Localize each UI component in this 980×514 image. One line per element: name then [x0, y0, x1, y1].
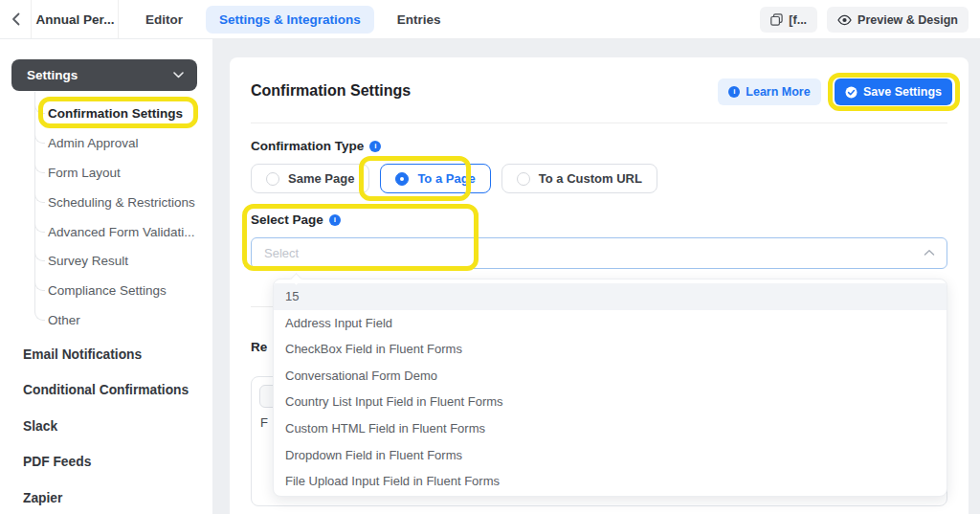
redirect-section-label-partial: Re	[251, 340, 267, 354]
tree-elbow	[34, 279, 45, 291]
learn-more-button[interactable]: i Learn More	[718, 78, 821, 105]
tab-bar: Editor Settings & Integrations Entries	[132, 0, 455, 38]
header-divider	[251, 123, 947, 123]
sidebar-item-other[interactable]: Other	[48, 311, 80, 330]
top-bar: Annual Per... Editor Settings & Integrat…	[0, 0, 980, 39]
dropdown-option[interactable]: File Upload Input Field in Fluent Forms	[274, 468, 947, 495]
sidebar-settings-header[interactable]: Settings	[11, 59, 197, 91]
tree-elbow	[34, 161, 45, 173]
editor-text-partial: F	[260, 415, 268, 430]
radio-same-page-label: Same Page	[288, 171, 354, 186]
sidebar-item-pdf-feeds[interactable]: PDF Feeds	[23, 453, 91, 472]
tree-elbow	[34, 249, 45, 261]
sidebar-item-slack[interactable]: Slack	[23, 417, 57, 436]
sidebar-item-survey-result[interactable]: Survey Result	[48, 252, 128, 271]
preview-design-button[interactable]: Preview & Design	[827, 7, 969, 33]
select-page-dropdown[interactable]	[251, 237, 947, 269]
chevron-up-icon	[924, 249, 935, 257]
tree-elbow	[34, 101, 45, 114]
shortcode-button[interactable]: [f...	[760, 7, 817, 33]
fluent-forms-settings-page: Annual Per... Editor Settings & Integrat…	[0, 0, 980, 514]
sidebar-item-scheduling-restrictions[interactable]: Scheduling & Restrictions	[48, 193, 195, 212]
sidebar-item-compliance-settings[interactable]: Compliance Settings	[48, 281, 167, 301]
form-title: Annual Per...	[33, 0, 119, 38]
dropdown-option[interactable]: Custom HTML Field in Fluent Forms	[274, 415, 947, 442]
select-page-text: Select Page	[251, 212, 323, 227]
dropdown-option[interactable]: 15	[274, 283, 947, 310]
shortcode-label: [f...	[789, 13, 807, 27]
dropdown-option[interactable]: Conversational Form Demo	[274, 363, 947, 390]
tree-connector-line	[34, 92, 35, 310]
chevron-down-icon	[173, 72, 184, 78]
select-page-input[interactable]	[264, 238, 915, 268]
preview-design-label: Preview & Design	[858, 13, 958, 27]
dropdown-option[interactable]: Address Input Field	[274, 310, 947, 337]
confirmation-type-label: Confirmation Type i	[251, 139, 381, 153]
radio-circle-icon	[517, 172, 530, 186]
learn-more-label: Learn More	[746, 85, 810, 99]
sidebar-item-email-notifications[interactable]: Email Notifications	[23, 346, 142, 365]
dropdown-option[interactable]: CheckBox Field in Fluent Forms	[274, 336, 947, 363]
radio-same-page[interactable]: Same Page	[251, 164, 369, 193]
sidebar-item-admin-approval[interactable]: Admin Approval	[48, 134, 139, 153]
confirmation-type-options: Same Page To a Page To a Custom URL	[251, 164, 657, 193]
radio-to-a-page[interactable]: To a Page	[380, 164, 490, 193]
eye-icon	[837, 14, 852, 26]
sidebar-item-zapier[interactable]: Zapier	[23, 489, 62, 508]
dropdown-option[interactable]: Dropdown Field in Fluent Forms	[274, 442, 947, 469]
save-settings-label: Save Settings	[863, 85, 942, 99]
radio-circle-icon	[266, 172, 279, 186]
tree-elbow	[34, 190, 45, 203]
radio-to-a-page-label: To a Page	[417, 171, 475, 186]
sidebar-item-form-layout[interactable]: Form Layout	[48, 164, 121, 183]
sidebar-item-conditional-confirmations[interactable]: Conditional Confirmations	[23, 381, 189, 400]
select-page-options-list: 15 Address Input Field CheckBox Field in…	[273, 279, 947, 497]
tree-elbow	[34, 131, 45, 144]
chevron-left-icon	[11, 12, 20, 26]
settings-sidebar: Settings Confirmation Settings Admin App…	[0, 39, 212, 514]
info-icon: i	[329, 214, 341, 226]
back-button[interactable]	[0, 0, 32, 38]
tab-editor[interactable]: Editor	[132, 6, 196, 34]
select-page-label: Select Page i	[251, 212, 341, 227]
settings-header-label: Settings	[27, 68, 78, 82]
tree-elbow	[34, 220, 45, 233]
radio-to-custom-url-label: To a Custom URL	[539, 171, 642, 186]
dropdown-option[interactable]: Country List Input Field in Fluent Forms	[274, 389, 947, 415]
sidebar-item-confirmation-settings[interactable]: Confirmation Settings	[48, 104, 183, 123]
info-icon: i	[369, 141, 381, 152]
check-circle-icon	[845, 86, 858, 99]
confirmation-type-text: Confirmation Type	[251, 139, 364, 153]
copy-icon	[770, 13, 783, 26]
radio-to-custom-url[interactable]: To a Custom URL	[501, 164, 657, 193]
tab-settings-integrations[interactable]: Settings & Integrations	[206, 6, 374, 34]
tab-entries[interactable]: Entries	[384, 6, 455, 34]
save-settings-button[interactable]: Save Settings	[835, 78, 952, 105]
topbar-actions: [f... Preview & Design	[760, 7, 969, 33]
radio-circle-icon	[395, 172, 409, 186]
page-title: Confirmation Settings	[251, 82, 411, 100]
sidebar-item-advanced-form-validation[interactable]: Advanced Form Validati...	[48, 223, 195, 242]
info-icon: i	[728, 86, 740, 98]
tree-elbow	[34, 308, 45, 321]
